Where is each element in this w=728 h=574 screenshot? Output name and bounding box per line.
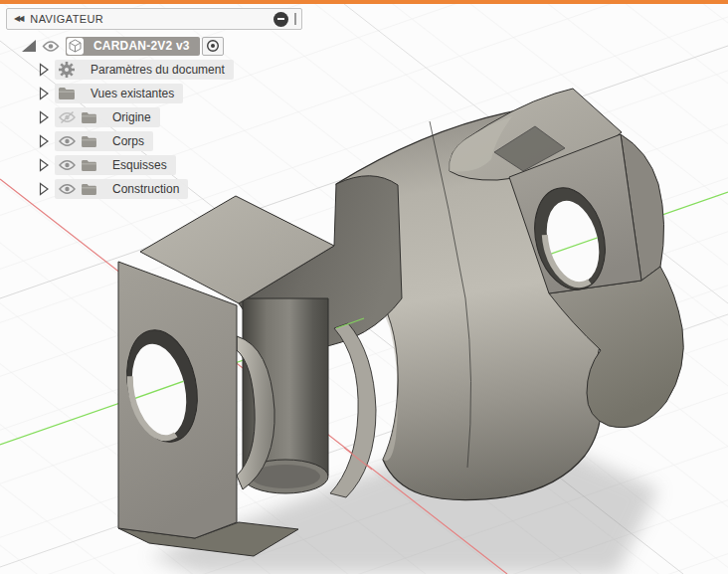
expand-arrow-icon[interactable] <box>39 158 50 172</box>
visibility-eye-icon[interactable] <box>58 134 77 148</box>
tree-item-named-views[interactable]: Vues existantes <box>55 84 183 103</box>
visibility-eye-icon[interactable] <box>42 39 60 53</box>
tree-row-named-views: Vues existantes <box>39 82 304 105</box>
navigator-tree: CARDAN-2V2 v3 <box>6 34 304 201</box>
tree-item-construction[interactable]: Construction <box>55 179 188 199</box>
collapse-arrow-expanded-icon[interactable] <box>20 39 37 54</box>
tree-item-label: Vues existantes <box>91 87 174 100</box>
minimize-panel-button[interactable] <box>273 12 288 27</box>
gear-icon <box>58 61 76 79</box>
folder-icon <box>58 87 76 100</box>
folder-icon <box>81 135 97 148</box>
component-cube-icon <box>67 38 84 55</box>
visibility-eye-icon[interactable] <box>58 158 77 172</box>
navigator-header[interactable]: ◀◀ NAVIGATEUR <box>6 8 302 30</box>
tree-row-sketches: Esquisses <box>39 153 304 177</box>
tree-row-document-settings: Paramètres du document <box>39 58 304 82</box>
collapse-panel-icon[interactable]: ◀◀ <box>14 15 22 23</box>
tree-item-origin[interactable]: Origine <box>55 107 160 127</box>
expand-arrow-icon[interactable] <box>39 63 50 77</box>
tree-item-label: Construction <box>112 182 179 196</box>
app-accent-bar <box>0 0 728 4</box>
panel-grip-handle[interactable] <box>294 13 296 25</box>
tree-item-label: Paramètres du document <box>91 63 225 77</box>
visibility-eye-icon[interactable] <box>58 182 77 196</box>
tree-item-bodies[interactable]: Corps <box>55 131 153 151</box>
tree-row-origin: Origine <box>39 105 304 129</box>
folder-icon <box>81 159 97 172</box>
folder-icon <box>81 111 97 124</box>
expand-arrow-icon[interactable] <box>39 87 50 100</box>
tree-item-label: Corps <box>112 134 144 148</box>
navigator-title: NAVIGATEUR <box>30 13 103 25</box>
tree-item-label: Origine <box>112 110 151 124</box>
activate-component-radio[interactable] <box>202 37 224 56</box>
expand-arrow-icon[interactable] <box>39 110 50 124</box>
navigator-panel: ◀◀ NAVIGATEUR <box>6 8 304 201</box>
tree-item-sketches[interactable]: Esquisses <box>55 155 176 175</box>
visibility-off-eye-icon[interactable] <box>58 110 77 124</box>
tree-row-bodies: Corps <box>39 129 304 153</box>
tree-row-construction: Construction <box>39 177 304 201</box>
folder-icon <box>81 183 97 196</box>
tree-row-root: CARDAN-2V2 v3 <box>20 34 304 58</box>
root-component-label: CARDAN-2V2 v3 <box>93 39 190 53</box>
tree-item-label: Esquisses <box>112 158 167 172</box>
expand-arrow-icon[interactable] <box>39 134 50 148</box>
expand-arrow-icon[interactable] <box>39 182 50 196</box>
tree-item-root-component[interactable]: CARDAN-2V2 v3 <box>66 37 200 56</box>
tree-item-document-settings[interactable]: Paramètres du document <box>55 60 234 80</box>
